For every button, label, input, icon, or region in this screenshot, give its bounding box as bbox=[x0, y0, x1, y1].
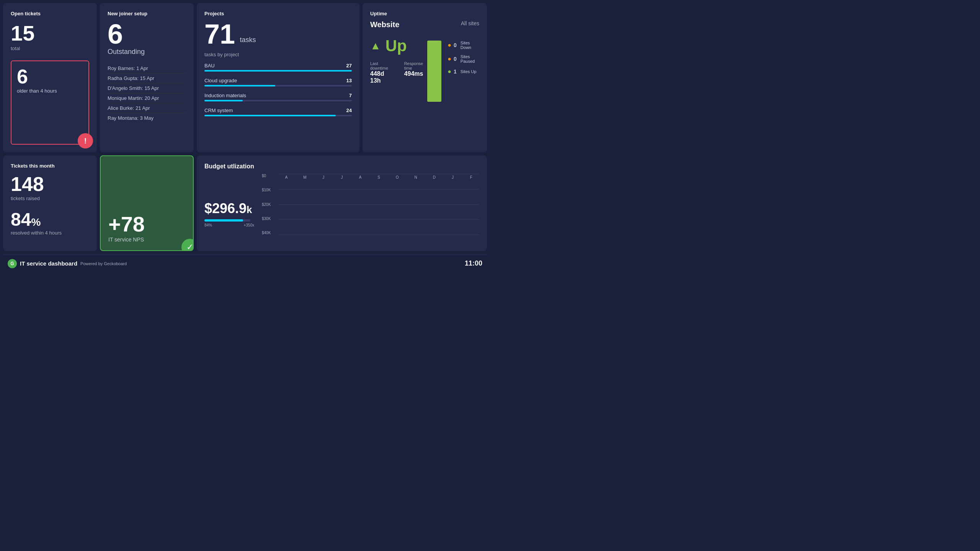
grid-line bbox=[278, 204, 479, 205]
tickets-month-percent-label: resolved within 4 hours bbox=[11, 230, 89, 236]
footer-title: IT service dashboard bbox=[20, 260, 77, 267]
open-tickets-total-label: total bbox=[11, 46, 89, 51]
uptime-response-time: Response time 494ms bbox=[404, 61, 428, 84]
project-bar-fill bbox=[204, 70, 352, 72]
uptime-site: Website bbox=[370, 20, 399, 29]
projects-big-number: 71 bbox=[204, 20, 235, 48]
grid-line bbox=[278, 219, 479, 220]
project-bar-fill bbox=[204, 115, 336, 116]
sites-up-count: 1 bbox=[454, 68, 457, 75]
bar-label: O bbox=[396, 175, 399, 179]
nps-label: IT service NPS bbox=[108, 236, 185, 243]
joiner-list-item: D'Angelo Smith: 15 Apr bbox=[108, 83, 186, 93]
new-joiner-number: 6 bbox=[108, 20, 186, 48]
uptime-title: Uptime bbox=[370, 11, 479, 16]
nps-card: +78 IT service NPS ✓ bbox=[100, 155, 194, 251]
footer-time: 11:00 bbox=[465, 259, 482, 267]
nps-number: +78 bbox=[108, 212, 185, 236]
new-joiner-card: New joiner setup 6 Outstanding Roy Barne… bbox=[100, 3, 194, 152]
project-name: Cloud upgrade bbox=[204, 78, 237, 83]
sites-paused-count: 0 bbox=[454, 56, 457, 62]
uptime-stats: Last downtime 448d 13h Response time 494… bbox=[370, 61, 427, 84]
uptime-status-row: ▲ Up bbox=[370, 37, 427, 55]
project-name: Induction materials bbox=[204, 93, 246, 98]
tickets-month-count-label: tickets raised bbox=[11, 196, 89, 201]
sites-down-count: 0 bbox=[454, 42, 457, 48]
y-axis-label: $0 bbox=[262, 174, 275, 178]
projects-list: BAU 27 Cloud upgrade 13 Induction materi… bbox=[204, 63, 352, 116]
open-tickets-title: Open tickets bbox=[11, 11, 89, 16]
uptime-card: Uptime Website All sites ▲ Up Last downt… bbox=[363, 3, 487, 152]
open-tickets-alert-label: older than 4 hours bbox=[17, 88, 83, 94]
project-count: 24 bbox=[346, 108, 352, 113]
project-row: Induction materials 7 bbox=[204, 93, 352, 101]
bar-label: J bbox=[452, 175, 454, 179]
bar-column: J bbox=[315, 174, 332, 179]
project-bar-bg bbox=[204, 115, 352, 116]
new-joiner-list: Roy Barnes: 1 AprRadha Gupta: 15 AprD'An… bbox=[108, 64, 186, 123]
projects-card: Projects 71 tasks tasks by project BAU 2… bbox=[197, 3, 359, 152]
budget-progress: 84% +350x bbox=[204, 219, 254, 227]
bar-column: O bbox=[389, 174, 405, 179]
bar-column: D bbox=[426, 174, 442, 179]
alert-warning-icon: ! bbox=[78, 133, 93, 148]
joiner-list-item: Radha Gupta: 15 Apr bbox=[108, 73, 186, 83]
project-row: CRM system 24 bbox=[204, 108, 352, 116]
joiner-list-item: Ray Montana: 3 May bbox=[108, 113, 186, 123]
project-row: BAU 27 bbox=[204, 63, 352, 72]
project-bar-fill bbox=[204, 100, 243, 101]
budget-content: $296.9k 84% +350x $40K$30K$20K$10K$0 bbox=[204, 174, 479, 243]
bar-label: J bbox=[322, 175, 324, 179]
joiner-list-item: Alice Burke: 21 Apr bbox=[108, 103, 186, 113]
bars-area: A M J J A S O N D J bbox=[278, 174, 479, 187]
project-name: BAU bbox=[204, 63, 215, 68]
project-bar-bg bbox=[204, 70, 352, 72]
budget-bar-labels: 84% +350x bbox=[204, 223, 254, 227]
tickets-month-title: Tickets this month bbox=[11, 163, 89, 169]
uptime-downtime-label: Last downtime bbox=[370, 61, 393, 70]
budget-bar-fill bbox=[204, 219, 243, 222]
bar-label: N bbox=[414, 175, 417, 179]
uptime-bar-visual bbox=[427, 41, 441, 102]
bar-chart: $40K$30K$20K$10K$0 A M J J A S O bbox=[262, 174, 479, 243]
bar-label: D bbox=[433, 175, 436, 179]
bar-column: N bbox=[408, 174, 424, 179]
uptime-response-value: 494ms bbox=[404, 70, 428, 77]
grid-line bbox=[278, 189, 479, 189]
open-tickets-total: 15 bbox=[11, 23, 89, 44]
bar-column: S bbox=[371, 174, 387, 179]
bar-label: F bbox=[470, 175, 472, 179]
project-bar-bg bbox=[204, 85, 352, 86]
sites-up-label: Sites Up bbox=[461, 69, 477, 74]
bar-label: S bbox=[377, 175, 380, 179]
budget-title: Budget utlization bbox=[204, 163, 479, 170]
sites-paused-dot: ● bbox=[448, 55, 451, 62]
project-count: 27 bbox=[346, 63, 352, 68]
bar-label: A bbox=[359, 175, 362, 179]
sites-up-dot: ● bbox=[448, 68, 451, 75]
bar-column: J bbox=[444, 174, 461, 179]
sites-paused-label: Sites Paused bbox=[461, 54, 479, 64]
budget-card: Budget utlization $296.9k 84% +350x bbox=[197, 155, 487, 251]
tickets-month-card: Tickets this month 148 tickets raised 84… bbox=[3, 155, 97, 251]
projects-tasks-label: tasks bbox=[240, 36, 256, 48]
sites-down-dot: ● bbox=[448, 42, 451, 49]
uptime-header: Website All sites bbox=[370, 20, 479, 29]
bar-column: J bbox=[334, 174, 350, 179]
joiner-list-item: Roy Barnes: 1 Apr bbox=[108, 64, 186, 73]
tasks-by-project-label: tasks by project bbox=[204, 52, 352, 57]
bar-column: F bbox=[463, 174, 479, 179]
tickets-month-percent: 84% bbox=[11, 209, 89, 230]
new-joiner-title: New joiner setup bbox=[108, 11, 186, 16]
uptime-status-text: Up bbox=[385, 37, 407, 55]
footer: G IT service dashboard Powered by Geckob… bbox=[3, 254, 487, 272]
open-tickets-alert-number: 6 bbox=[17, 67, 83, 86]
bar-label: J bbox=[341, 175, 343, 179]
project-count: 7 bbox=[349, 93, 352, 98]
uptime-downtime-value: 448d 13h bbox=[370, 70, 393, 84]
uptime-last-downtime: Last downtime 448d 13h bbox=[370, 61, 393, 84]
uptime-bar-legend: ● 0 Sites Down ● 0 Sites Paused ● 1 Site… bbox=[427, 41, 479, 102]
bar-label: M bbox=[303, 175, 306, 179]
grid-line bbox=[278, 235, 479, 235]
projects-title: Projects bbox=[204, 11, 352, 16]
